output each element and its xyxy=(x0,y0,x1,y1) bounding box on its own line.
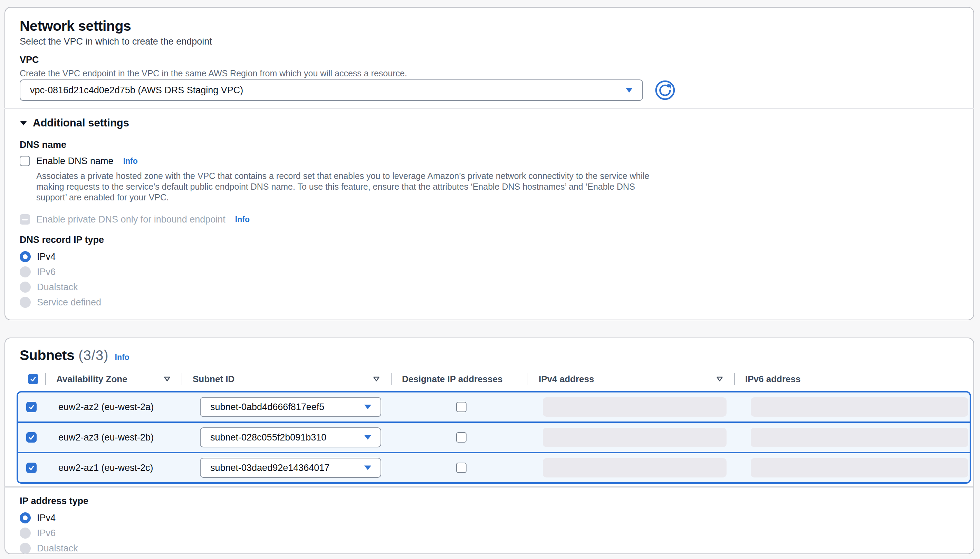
designate-ip-checkbox[interactable] xyxy=(456,463,467,473)
enable-dns-name-checkbox[interactable] xyxy=(20,156,30,166)
ipv4-address-field-disabled xyxy=(543,428,726,447)
indeterminate-dash-icon xyxy=(22,219,28,220)
dns-record-ip-type-label: DNS record IP type xyxy=(20,235,959,245)
chevron-down-icon xyxy=(364,465,371,471)
ip-type-radio-dualstack xyxy=(20,543,31,554)
dns-name-label: DNS name xyxy=(20,140,959,150)
sort-icon xyxy=(716,376,723,382)
ipv6-address-field-disabled xyxy=(751,397,968,417)
caret-down-icon xyxy=(20,121,27,126)
chevron-down-icon xyxy=(364,435,371,440)
ip-type-radio-ipv4[interactable] xyxy=(20,513,31,523)
table-row: euw2-az1 (eu-west-2c) subnet-03daed92e14… xyxy=(18,452,970,482)
vpc-select-value: vpc-0816d21c4d0e2d75b (AWS DRS Staging V… xyxy=(30,85,243,96)
sort-icon xyxy=(373,376,380,382)
private-dns-inbound-info-link[interactable]: Info xyxy=(235,215,250,224)
ipv6-address-field-disabled xyxy=(751,458,968,478)
subnet-id-select[interactable]: subnet-028c055f2b091b310 xyxy=(200,427,381,447)
column-header-ipv6-address: IPv6 address xyxy=(735,371,971,387)
vpc-select[interactable]: vpc-0816d21c4d0e2d75b (AWS DRS Staging V… xyxy=(20,79,643,101)
designate-ip-checkbox[interactable] xyxy=(456,402,467,412)
dns-ip-radio-service-defined-label: Service defined xyxy=(37,297,101,308)
vpc-description: Create the VPC endpoint in the VPC in th… xyxy=(20,68,959,78)
subnets-card: Subnets (3/3) Info Availability Zone Sub… xyxy=(5,337,974,554)
enable-dns-name-checkbox-label[interactable]: Enable DNS name xyxy=(36,156,114,167)
subnets-table-header: Availability Zone Subnet ID Designate IP… xyxy=(16,371,971,387)
ipv6-address-field-disabled xyxy=(751,428,968,447)
dns-ip-radio-ipv6-label: IPv6 xyxy=(37,267,56,278)
column-header-designate-ip: Designate IP addresses xyxy=(392,371,528,387)
dns-ip-radio-ipv4[interactable] xyxy=(20,251,31,262)
section-divider xyxy=(5,486,974,488)
vpc-label: VPC xyxy=(20,55,959,65)
subnets-info-link[interactable]: Info xyxy=(115,353,129,362)
availability-zone-value: euw2-az2 (eu-west-2a) xyxy=(47,392,184,422)
ip-type-radio-ipv6 xyxy=(20,528,31,539)
subnet-id-select[interactable]: subnet-03daed92e14364017 xyxy=(200,458,381,478)
section-divider xyxy=(5,108,974,109)
table-row: euw2-az2 (eu-west-2a) subnet-0abd4d666f8… xyxy=(18,392,970,422)
chevron-down-icon xyxy=(364,405,371,410)
subnets-table: euw2-az2 (eu-west-2a) subnet-0abd4d666f8… xyxy=(16,391,971,484)
additional-settings-title: Additional settings xyxy=(33,117,129,129)
row-checkbox[interactable] xyxy=(26,463,36,473)
designate-ip-checkbox[interactable] xyxy=(456,432,467,443)
page-title: Network settings xyxy=(20,18,959,34)
additional-settings-expander[interactable]: Additional settings xyxy=(20,117,959,129)
subnets-title: Subnets xyxy=(20,347,74,364)
table-row: euw2-az3 (eu-west-2b) subnet-028c055f2b0… xyxy=(18,422,970,452)
column-header-subnet-id[interactable]: Subnet ID xyxy=(182,371,392,387)
select-all-cell xyxy=(16,371,46,387)
subnets-counter: (3/3) xyxy=(78,347,109,363)
page-subtitle: Select the VPC in which to create the en… xyxy=(20,36,959,47)
ip-type-radio-dualstack-label: Dualstack xyxy=(37,543,78,554)
sort-icon xyxy=(164,376,171,382)
row-checkbox[interactable] xyxy=(26,402,36,412)
private-dns-inbound-label: Enable private DNS only for inbound endp… xyxy=(36,214,226,225)
ipv4-address-field-disabled xyxy=(543,397,726,417)
column-header-availability-zone[interactable]: Availability Zone xyxy=(46,371,182,387)
column-header-ipv4-address[interactable]: IPv4 address xyxy=(528,371,735,387)
dns-ip-radio-dualstack xyxy=(20,281,31,293)
subnet-id-select[interactable]: subnet-0abd4d666f817eef5 xyxy=(200,397,381,417)
row-checkbox[interactable] xyxy=(26,432,36,443)
select-all-checkbox[interactable] xyxy=(28,374,38,384)
dns-ip-radio-service-defined xyxy=(20,297,31,308)
dns-ip-radio-ipv4-label[interactable]: IPv4 xyxy=(37,251,56,262)
enable-dns-info-link[interactable]: Info xyxy=(123,157,138,166)
refresh-button[interactable] xyxy=(655,80,675,101)
dns-ip-radio-ipv6 xyxy=(20,266,31,278)
ip-type-radio-ipv6-label: IPv6 xyxy=(37,528,56,539)
ip-type-radio-ipv4-label[interactable]: IPv4 xyxy=(37,513,56,523)
ipv4-address-field-disabled xyxy=(543,458,726,478)
private-dns-inbound-checkbox[interactable] xyxy=(20,214,30,225)
refresh-icon xyxy=(655,96,675,102)
availability-zone-value: euw2-az3 (eu-west-2b) xyxy=(47,423,184,452)
chevron-down-icon xyxy=(625,88,633,93)
ip-address-type-label: IP address type xyxy=(20,496,959,506)
network-settings-card: Network settings Select the VPC in which… xyxy=(5,7,974,320)
availability-zone-value: euw2-az1 (eu-west-2c) xyxy=(47,453,184,482)
dns-ip-radio-dualstack-label: Dualstack xyxy=(37,282,78,293)
enable-dns-description: Associates a private hosted zone with th… xyxy=(36,171,658,203)
